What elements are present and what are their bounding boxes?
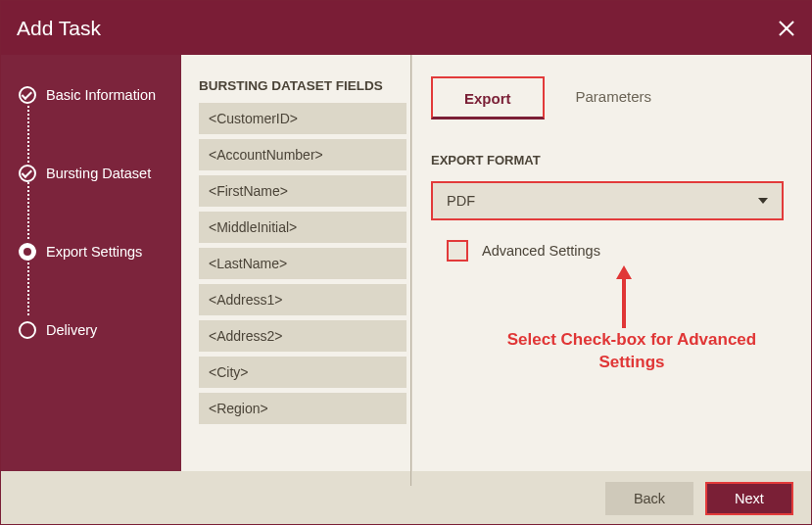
- advanced-settings-row: Advanced Settings: [447, 240, 784, 262]
- field-item[interactable]: <Region>: [199, 393, 406, 424]
- svg-marker-0: [616, 265, 632, 328]
- chevron-down-icon: [758, 198, 768, 204]
- step-delivery[interactable]: Delivery: [19, 319, 181, 341]
- tabs: Export Parameters: [431, 76, 784, 119]
- fields-heading: BURSTING DATASET FIELDS: [199, 78, 406, 93]
- export-format-value: PDF: [447, 193, 475, 209]
- close-icon[interactable]: [778, 20, 795, 37]
- field-item[interactable]: <FirstName>: [199, 175, 406, 207]
- field-item[interactable]: <Address1>: [199, 284, 406, 315]
- step-export-settings[interactable]: Export Settings: [19, 241, 181, 262]
- field-item[interactable]: <City>: [199, 357, 406, 388]
- annotation-text: Select Check-box for Advanced Settings: [504, 329, 759, 374]
- current-step-icon: [19, 243, 36, 261]
- footer: Back Next: [1, 471, 811, 525]
- check-icon: [19, 165, 36, 182]
- field-item[interactable]: <MiddleInitial>: [199, 212, 406, 243]
- check-icon: [19, 86, 36, 104]
- field-item[interactable]: <CustomerID>: [199, 103, 406, 134]
- field-item[interactable]: <LastName>: [199, 248, 406, 279]
- annotation-arrow-icon: [614, 265, 634, 334]
- pending-step-icon: [19, 321, 36, 339]
- step-label: Delivery: [46, 322, 97, 338]
- content: Basic Information Bursting Dataset Expor…: [1, 55, 811, 471]
- window-title: Add Task: [17, 17, 101, 40]
- step-label: Export Settings: [46, 244, 142, 260]
- tab-parameters[interactable]: Parameters: [545, 76, 684, 119]
- step-label: Bursting Dataset: [46, 166, 151, 181]
- step-label: Basic Information: [46, 87, 156, 103]
- step-connector: [27, 106, 29, 163]
- main-panel: BURSTING DATASET FIELDS <CustomerID> <Ac…: [181, 55, 811, 471]
- advanced-settings-label: Advanced Settings: [482, 243, 600, 259]
- advanced-settings-checkbox[interactable]: [447, 240, 468, 262]
- step-basic-information[interactable]: Basic Information: [19, 84, 181, 106]
- field-item[interactable]: <Address2>: [199, 320, 406, 352]
- step-bursting-dataset[interactable]: Bursting Dataset: [19, 163, 181, 184]
- export-panel: Export Parameters EXPORT FORMAT PDF Adva…: [411, 78, 811, 471]
- field-item[interactable]: <AccountNumber>: [199, 139, 406, 170]
- fields-column: BURSTING DATASET FIELDS <CustomerID> <Ac…: [199, 78, 406, 471]
- export-format-select[interactable]: PDF: [431, 181, 784, 220]
- wizard-sidebar: Basic Information Bursting Dataset Expor…: [1, 55, 181, 471]
- tab-export[interactable]: Export: [431, 76, 545, 119]
- back-button[interactable]: Back: [605, 482, 693, 515]
- export-format-label: EXPORT FORMAT: [431, 153, 784, 167]
- next-button[interactable]: Next: [705, 482, 793, 515]
- step-connector: [27, 182, 29, 239]
- titlebar: Add Task: [1, 1, 811, 55]
- step-connector: [27, 259, 29, 315]
